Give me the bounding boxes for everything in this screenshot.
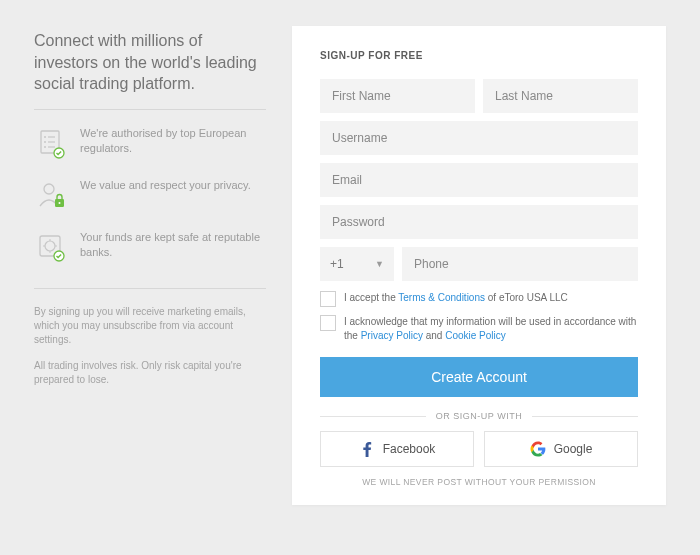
- email-input[interactable]: [320, 163, 638, 197]
- terms-checkbox[interactable]: [320, 291, 336, 307]
- svg-point-6: [44, 146, 46, 148]
- create-account-button[interactable]: Create Account: [320, 357, 638, 397]
- last-name-input[interactable]: [483, 79, 638, 113]
- facebook-icon: [359, 441, 375, 457]
- user-lock-icon: [34, 178, 68, 212]
- cookie-link[interactable]: Cookie Policy: [445, 330, 506, 341]
- google-icon: [530, 441, 546, 457]
- divider: [34, 109, 266, 110]
- svg-point-8: [44, 184, 54, 194]
- svg-point-5: [44, 141, 46, 143]
- feature-text: We value and respect your privacy.: [80, 178, 251, 193]
- svg-point-4: [44, 136, 46, 138]
- marketing-disclaimer: By signing up you will receive marketing…: [34, 305, 266, 347]
- info-panel: Connect with millions of investors on th…: [34, 26, 266, 505]
- never-post-note: WE WILL NEVER POST WITHOUT YOUR PERMISSI…: [320, 477, 638, 487]
- dial-code-select[interactable]: +1 ▼: [320, 247, 394, 281]
- features-list: We're authorised by top European regulat…: [34, 126, 266, 264]
- risk-disclaimer: All trading involves risk. Only risk cap…: [34, 359, 266, 387]
- checklist-icon: [34, 126, 68, 160]
- google-label: Google: [554, 442, 593, 456]
- acknowledge-checkbox[interactable]: [320, 315, 336, 331]
- or-divider: OR SIGN-UP WITH: [320, 411, 638, 421]
- first-name-input[interactable]: [320, 79, 475, 113]
- terms-link[interactable]: Terms & Conditions: [398, 292, 485, 303]
- feature-text: Your funds are kept safe at reputable ba…: [80, 230, 266, 260]
- username-input[interactable]: [320, 121, 638, 155]
- feature-funds: Your funds are kept safe at reputable ba…: [34, 230, 266, 264]
- safe-icon: [34, 230, 68, 264]
- password-input[interactable]: [320, 205, 638, 239]
- privacy-link[interactable]: Privacy Policy: [361, 330, 423, 341]
- svg-point-12: [45, 241, 55, 251]
- facebook-label: Facebook: [383, 442, 436, 456]
- feature-regulators: We're authorised by top European regulat…: [34, 126, 266, 160]
- signup-card: SIGN-UP FOR FREE +1 ▼ I accept the T: [292, 26, 666, 505]
- svg-point-10: [59, 202, 61, 204]
- phone-input[interactable]: [402, 247, 638, 281]
- feature-privacy: We value and respect your privacy.: [34, 178, 266, 212]
- divider: [34, 288, 266, 289]
- or-label: OR SIGN-UP WITH: [436, 411, 522, 421]
- chevron-down-icon: ▼: [375, 259, 384, 269]
- form-title: SIGN-UP FOR FREE: [320, 50, 638, 61]
- google-signup-button[interactable]: Google: [484, 431, 638, 467]
- terms-label: I accept the Terms & Conditions of eToro…: [344, 291, 568, 305]
- acknowledge-label: I acknowledge that my information will b…: [344, 315, 638, 343]
- facebook-signup-button[interactable]: Facebook: [320, 431, 474, 467]
- feature-text: We're authorised by top European regulat…: [80, 126, 266, 156]
- headline: Connect with millions of investors on th…: [34, 30, 266, 95]
- dial-code-value: +1: [330, 257, 344, 271]
